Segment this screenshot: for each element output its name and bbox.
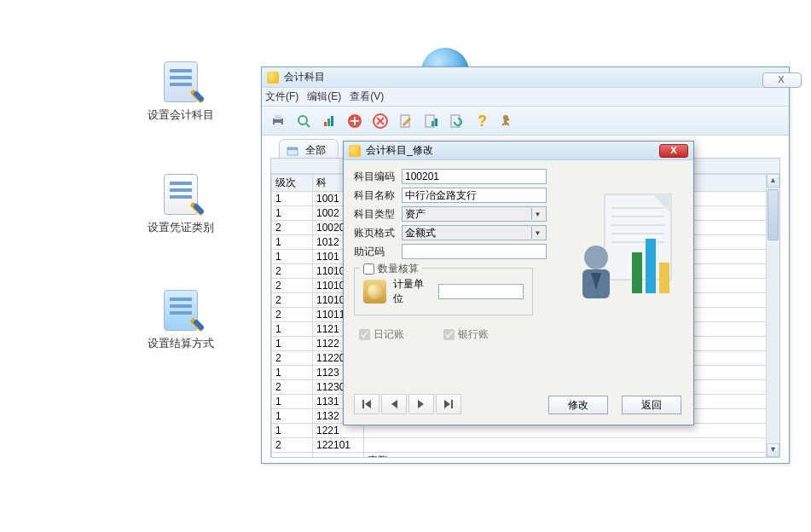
table-row[interactable]: 2122101 <box>272 438 779 453</box>
label-code: 科目编码 <box>354 170 402 184</box>
svg-rect-17 <box>435 119 437 126</box>
desktop-icon-settlement[interactable]: 设置结算方式 <box>138 290 223 351</box>
svg-rect-6 <box>327 119 330 126</box>
bars-icon[interactable] <box>318 110 340 132</box>
svg-marker-38 <box>391 400 397 408</box>
wrench-icon <box>188 200 206 218</box>
menu-view[interactable]: 查看(V) <box>350 90 384 104</box>
svg-rect-32 <box>659 263 669 293</box>
table-row[interactable]: 11221 <box>272 424 779 438</box>
nav-prev-button[interactable] <box>381 394 407 414</box>
label-name: 科目名称 <box>354 188 402 203</box>
input-unit[interactable] <box>438 284 524 299</box>
label-type: 科目类型 <box>354 207 402 222</box>
svg-rect-7 <box>331 116 333 126</box>
add-icon[interactable] <box>344 110 366 132</box>
select-type[interactable]: 资产 ▼ <box>402 206 547 222</box>
dialog-icon <box>349 145 361 157</box>
menu-edit[interactable]: 编辑(E) <box>307 90 341 104</box>
edit-doc-icon[interactable] <box>395 110 417 132</box>
desktop-icon-accounts[interactable]: 设置会计科目 <box>138 61 223 123</box>
tab-icon <box>287 145 300 157</box>
wrench-icon <box>188 315 206 334</box>
svg-point-33 <box>584 246 608 269</box>
table-row[interactable]: 2122102李鹏 <box>272 453 779 459</box>
select-type-value: 资产 <box>405 207 426 222</box>
label-page: 账页格式 <box>354 226 402 240</box>
check-journal-label[interactable]: 日记账 <box>359 327 404 342</box>
nav-first-button[interactable] <box>354 394 379 414</box>
desktop-label: 设置会计科目 <box>138 107 223 123</box>
exit-icon[interactable] <box>497 110 519 132</box>
svg-rect-5 <box>324 122 327 126</box>
coins-icon <box>363 280 386 304</box>
label-mnemonic: 助记码 <box>354 245 402 259</box>
label-unit: 计量单位 <box>393 277 432 306</box>
refresh-icon[interactable] <box>446 110 468 132</box>
dialog-title: 会计科目_修改 <box>366 143 433 158</box>
illustration <box>576 191 681 314</box>
svg-marker-39 <box>418 400 424 408</box>
window-title: 会计科目 <box>284 70 784 84</box>
input-name[interactable] <box>402 188 547 203</box>
dialog-close-button[interactable]: X <box>659 144 688 158</box>
input-code[interactable] <box>402 169 547 184</box>
print-icon[interactable] <box>267 110 289 132</box>
delete-icon[interactable] <box>369 110 391 132</box>
scrollbar-vertical[interactable]: ▲ ▼ <box>766 174 779 457</box>
help-icon[interactable]: ? <box>472 110 494 132</box>
chevron-down-icon: ▼ <box>531 227 543 239</box>
search-icon[interactable] <box>293 110 315 132</box>
chevron-down-icon: ▼ <box>531 208 543 220</box>
scroll-down-button[interactable]: ▼ <box>767 443 779 457</box>
check-bank-label[interactable]: 银行账 <box>443 327 489 342</box>
menubar: 文件(F) 编辑(E) 查看(V) <box>262 88 789 107</box>
check-journal[interactable] <box>359 329 370 340</box>
titlebar[interactable]: 会计科目 <box>262 67 789 88</box>
nav-next-button[interactable] <box>408 394 434 414</box>
input-mnemonic[interactable] <box>402 244 547 259</box>
check-qty[interactable] <box>363 263 374 275</box>
check-bank[interactable] <box>443 329 455 340</box>
svg-rect-31 <box>646 239 656 293</box>
legend-qty: 数量核算 <box>378 263 419 275</box>
nav-last-button[interactable] <box>436 394 461 414</box>
menu-file[interactable]: 文件(F) <box>265 90 298 104</box>
wrench-icon <box>188 87 206 106</box>
col-level[interactable]: 级次 <box>272 175 313 192</box>
group-qty: 数量核算 计量单位 <box>354 268 533 315</box>
chart-icon[interactable] <box>420 110 443 132</box>
select-page-value: 金额式 <box>405 226 436 240</box>
scroll-thumb[interactable] <box>768 189 779 240</box>
window-close-button[interactable]: X <box>762 72 802 88</box>
app-icon <box>267 72 279 84</box>
svg-rect-2 <box>275 123 281 127</box>
svg-rect-22 <box>287 147 298 150</box>
svg-text:?: ? <box>478 113 487 130</box>
select-page[interactable]: 金额式 ▼ <box>402 225 547 240</box>
back-button[interactable]: 返回 <box>622 396 681 414</box>
svg-marker-40 <box>444 400 450 408</box>
svg-marker-37 <box>365 400 371 408</box>
svg-rect-1 <box>275 115 281 119</box>
tab-label: 全部 <box>305 143 326 158</box>
svg-rect-16 <box>432 121 434 126</box>
dialog-titlebar[interactable]: 会计科目_修改 X <box>344 142 693 160</box>
desktop-label: 设置结算方式 <box>138 336 223 351</box>
desktop-label: 设置凭证类别 <box>138 220 223 235</box>
desktop-icon-voucher[interactable]: 设置凭证类别 <box>138 174 223 235</box>
svg-point-3 <box>298 116 307 124</box>
toolbar: ? <box>262 107 789 136</box>
modify-button[interactable]: 修改 <box>548 396 608 414</box>
dialog-edit-account: 会计科目_修改 X 科目编码 科目名称 科目类型 资产 ▼ 账页格式 金额式 ▼ <box>343 141 694 425</box>
svg-rect-30 <box>632 252 642 293</box>
scroll-up-button[interactable]: ▲ <box>767 174 779 188</box>
svg-line-4 <box>306 124 310 127</box>
